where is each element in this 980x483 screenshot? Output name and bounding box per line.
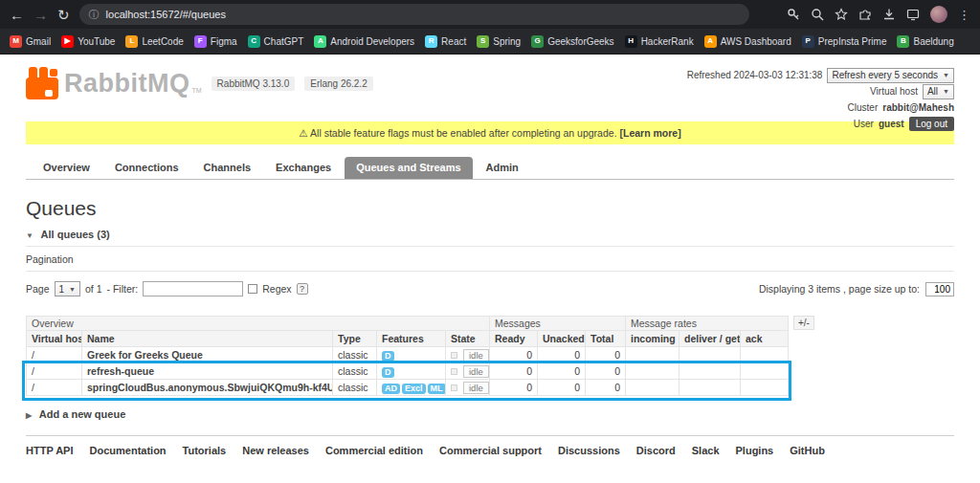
- address-bar[interactable]: ⓘ localhost:15672/#/queues: [79, 4, 749, 25]
- bookmark-favicon: A: [704, 35, 717, 48]
- add-queue-toggle[interactable]: ▶ Add a new queue: [26, 408, 954, 420]
- bookmark-favicon: B: [897, 35, 909, 48]
- bookmark-item[interactable]: B Baeldung: [897, 35, 953, 48]
- column-toggle-link[interactable]: +/-: [793, 316, 814, 330]
- tab-admin[interactable]: Admin: [475, 157, 530, 179]
- bookmark-item[interactable]: M Gmail: [10, 35, 51, 48]
- footer-link[interactable]: Slack: [692, 445, 720, 456]
- state-badge: idle: [463, 365, 489, 378]
- queue-name-link[interactable]: springCloudBus.anonymous.SbwjuiQKQmu9h-k…: [82, 380, 333, 396]
- bookmark-favicon: S: [477, 35, 489, 48]
- bookmark-item[interactable]: L LeetCode: [125, 35, 183, 48]
- nav-tabs: Overview Connections Channels Exchanges …: [26, 157, 954, 180]
- footer-link[interactable]: Plugins: [736, 445, 774, 456]
- profile-avatar[interactable]: [930, 6, 947, 23]
- footer-link[interactable]: GitHub: [790, 445, 825, 456]
- col-name[interactable]: Name: [82, 331, 333, 347]
- footer-link[interactable]: Commercial support: [439, 445, 542, 456]
- bookmark-favicon: A: [314, 35, 326, 48]
- page-size-input[interactable]: [925, 282, 954, 296]
- footer-link[interactable]: Discord: [636, 445, 676, 456]
- tab-connections[interactable]: Connections: [103, 157, 190, 179]
- cluster-label: Cluster: [848, 102, 879, 113]
- rabbitmq-version-badge: RabbitMQ 3.13.0: [212, 77, 296, 91]
- regex-help-icon[interactable]: ?: [297, 283, 308, 295]
- group-messages: Messages: [490, 317, 626, 331]
- col-ack[interactable]: ack: [741, 331, 789, 347]
- feature-badge: D: [382, 367, 394, 378]
- page-number-select[interactable]: 1▼: [55, 281, 81, 296]
- queue-row[interactable]: / springCloudBus.anonymous.SbwjuiQKQmu9h…: [27, 380, 789, 396]
- rabbitmq-wordmark: RabbitMQ: [64, 69, 190, 99]
- bookmark-item[interactable]: ▶ YouTube: [61, 35, 115, 48]
- media-panel-icon[interactable]: [906, 8, 920, 21]
- tab-queues-and-streams[interactable]: Queues and Streams: [345, 157, 472, 179]
- back-icon[interactable]: ←: [10, 8, 24, 22]
- rabbitmq-logo-icon[interactable]: [26, 67, 58, 99]
- group-message-rates: Message rates: [626, 317, 789, 331]
- col-unacked[interactable]: Unacked: [538, 331, 586, 347]
- col-incoming[interactable]: incoming: [626, 331, 679, 347]
- pagination-label: Pagination: [26, 253, 954, 272]
- group-overview: Overview: [27, 317, 490, 331]
- password-key-icon[interactable]: [787, 8, 800, 21]
- column-header-row: Virtual host Name Type Features State Re…: [27, 331, 789, 347]
- bookmark-item[interactable]: H HackerRank: [625, 35, 694, 48]
- footer-link[interactable]: Tutorials: [183, 445, 227, 456]
- site-info-icon[interactable]: ⓘ: [89, 8, 100, 22]
- all-queues-toggle[interactable]: ▼ All queues (3): [26, 229, 954, 247]
- bookmark-favicon: L: [125, 35, 138, 48]
- bookmark-item[interactable]: A AWS Dashboard: [704, 35, 791, 48]
- collapse-triangle-icon: ▼: [26, 231, 33, 240]
- bookmark-item[interactable]: A Android Developers: [314, 35, 414, 48]
- bookmark-item[interactable]: R React: [425, 35, 466, 48]
- masthead: RabbitMQ TM RabbitMQ 3.13.0 Erlang 26.2.…: [26, 55, 954, 114]
- refresh-interval-select[interactable]: Refresh every 5 seconds▼: [827, 68, 954, 83]
- col-virtual-host[interactable]: Virtual host: [27, 331, 82, 347]
- bookmark-favicon: F: [194, 35, 207, 48]
- page-of-label: of 1: [85, 283, 102, 295]
- bookmark-item[interactable]: F Figma: [194, 35, 237, 48]
- col-features[interactable]: Features: [377, 331, 446, 347]
- bookmark-item[interactable]: S Spring: [477, 35, 521, 48]
- bookmark-item[interactable]: P PrepInsta Prime: [802, 35, 887, 48]
- tab-channels[interactable]: Channels: [192, 157, 263, 179]
- footer-link[interactable]: HTTP API: [26, 445, 74, 456]
- col-deliver-get[interactable]: deliver / get: [679, 331, 741, 347]
- footer-link[interactable]: Commercial edition: [325, 445, 423, 456]
- queues-table-wrap: +/- Overview Messages Message rates Virt…: [26, 316, 788, 396]
- col-state[interactable]: State: [446, 331, 490, 347]
- footer-link[interactable]: Discussions: [558, 445, 620, 456]
- bookmark-star-icon[interactable]: [835, 8, 848, 21]
- tab-exchanges[interactable]: Exchanges: [264, 157, 343, 179]
- col-type[interactable]: Type: [333, 331, 377, 347]
- regex-checkbox[interactable]: [248, 284, 257, 294]
- extensions-icon[interactable]: [858, 8, 872, 21]
- footer-link[interactable]: Documentation: [90, 445, 167, 456]
- tab-overview[interactable]: Overview: [32, 157, 101, 179]
- virtual-host-select[interactable]: All▼: [923, 84, 954, 99]
- footer-link[interactable]: New releases: [242, 445, 309, 456]
- state-badge: idle: [463, 349, 489, 362]
- zoom-icon[interactable]: [811, 8, 824, 21]
- bookmark-favicon: C: [248, 35, 260, 48]
- menu-icon[interactable]: ⋮: [958, 8, 970, 22]
- reload-icon[interactable]: ↻: [57, 8, 70, 22]
- download-icon[interactable]: [882, 8, 896, 21]
- queue-row[interactable]: / refresh-queue classic D idle 0 0 0: [27, 363, 789, 380]
- logout-button[interactable]: Log out: [909, 117, 954, 131]
- bookmark-item[interactable]: G GeeksforGeeks: [531, 35, 613, 48]
- queue-name-link[interactable]: refresh-queue: [82, 363, 333, 380]
- queue-row[interactable]: / Greek for Greeks Queue classic D idle …: [27, 347, 789, 363]
- queue-name-link[interactable]: Greek for Greeks Queue: [82, 347, 333, 363]
- bookmark-favicon: H: [625, 35, 637, 48]
- filter-input[interactable]: [143, 281, 243, 296]
- col-ready[interactable]: Ready: [490, 331, 538, 347]
- forward-icon[interactable]: →: [33, 8, 48, 22]
- erlang-version-badge: Erlang 26.2.2: [304, 77, 373, 91]
- learn-more-link[interactable]: [Learn more]: [619, 127, 680, 139]
- virtual-host-label: Virtual host: [870, 86, 918, 97]
- col-total[interactable]: Total: [586, 331, 626, 347]
- queues-table: Overview Messages Message rates Virtual …: [26, 316, 789, 396]
- bookmark-item[interactable]: C ChatGPT: [248, 35, 304, 48]
